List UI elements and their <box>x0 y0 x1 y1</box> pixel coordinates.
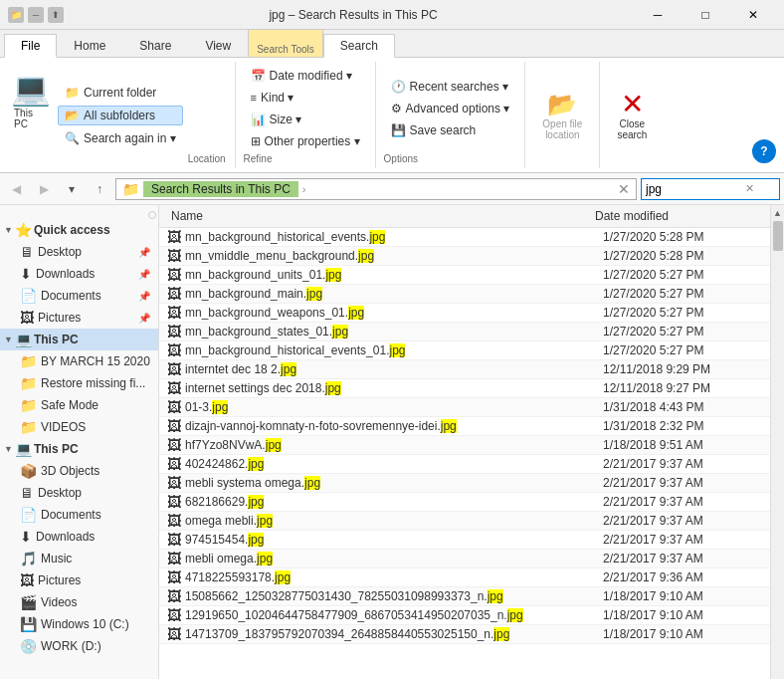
table-row[interactable]: 🖼 01-3.jpg 1/31/2018 4:43 PM <box>159 398 770 417</box>
back-button[interactable]: ◀ <box>4 177 28 201</box>
table-row[interactable]: 🖼 mebli systema omega.jpg 2/21/2017 9:37… <box>159 474 770 493</box>
file-date-cell: 1/27/2020 5:28 PM <box>603 230 762 244</box>
table-row[interactable]: 🖼 15085662_1250328775031430_782550310989… <box>159 587 770 606</box>
table-row[interactable]: 🖼 mn_vmiddle_menu_background.jpg 1/27/20… <box>159 247 770 266</box>
sidebar-item-windows-c[interactable]: 💾 Windows 10 (C:) <box>0 613 158 635</box>
sidebar-item-downloads[interactable]: ⬇ Downloads 📌 <box>0 263 158 285</box>
desktop-icon: 🖥 <box>20 244 34 260</box>
search-again-button[interactable]: 🔍 Search again in ▾ <box>58 128 183 148</box>
address-path-bar[interactable]: 📁 Search Results in This PC › ✕ <box>115 178 637 200</box>
file-name-cell: 🖼 15085662_1250328775031430_782550310989… <box>167 588 603 604</box>
size-icon: 📊 <box>251 113 266 126</box>
recent-searches-button[interactable]: 🕐 Recent searches ▾ <box>384 77 517 97</box>
close-button[interactable]: ✕ <box>730 0 776 30</box>
up-button[interactable]: ↑ <box>88 177 111 201</box>
file-list[interactable]: 🖼 mn_background_historical_events.jpg 1/… <box>159 228 770 679</box>
sidebar-item-this-pc-2[interactable]: ▼ 💻 This PC <box>0 438 158 460</box>
options-label: Options <box>384 151 418 164</box>
vertical-scrollbar[interactable]: ▲ ▼ <box>770 205 784 679</box>
sidebar-item-downloads-2[interactable]: ⬇ Downloads <box>0 526 158 548</box>
sidebar-item-pictures-2[interactable]: 🖼 Pictures <box>0 569 158 591</box>
minimize-button[interactable]: ─ <box>635 0 681 30</box>
this-pc-2-icon: 💻 <box>15 441 32 457</box>
table-row[interactable]: 🖼 internet settings dec 2018.jpg 12/11/2… <box>159 379 770 398</box>
this-pc-chevron: ▼ <box>4 335 13 344</box>
all-subfolders-label: All subfolders <box>84 109 155 122</box>
search-input[interactable] <box>646 182 745 196</box>
sidebar-item-quick-access[interactable]: ▼ ⭐ Quick access <box>0 219 158 241</box>
save-search-button[interactable]: 💾 Save search <box>384 120 517 140</box>
sidebar-item-3d-objects[interactable]: 📦 3D Objects <box>0 460 158 482</box>
table-row[interactable]: 🖼 mn_background_historical_events_01.jpg… <box>159 341 770 360</box>
sidebar-item-this-pc[interactable]: ▼ 💻 This PC <box>0 329 158 350</box>
table-row[interactable]: 🖼 mn_background_units_01.jpg 1/27/2020 5… <box>159 266 770 285</box>
this-pc-nav-icon: 💻 <box>15 332 32 347</box>
documents-2-icon: 📄 <box>20 507 37 523</box>
table-row[interactable]: 🖼 14713709_183795792070394_2648858440553… <box>159 625 770 644</box>
sidebar-scroll-indicator[interactable] <box>148 211 156 219</box>
table-row[interactable]: 🖼 mebli omega.jpg 2/21/2017 9:37 AM <box>159 550 770 568</box>
date-modified-button[interactable]: 📅 Date modified ▾ <box>244 66 367 86</box>
kind-button[interactable]: ≡ Kind ▾ <box>244 88 367 108</box>
file-date-cell: 1/18/2017 9:10 AM <box>603 589 762 603</box>
current-folder-button[interactable]: 📁 Current folder <box>58 83 183 103</box>
advanced-options-button[interactable]: ⚙ Advanced options ▾ <box>384 99 517 118</box>
table-row[interactable]: 🖼 682186629.jpg 2/21/2017 9:37 AM <box>159 493 770 512</box>
size-button[interactable]: 📊 Size ▾ <box>244 110 367 129</box>
column-name[interactable]: Name <box>167 207 591 225</box>
table-row[interactable]: 🖼 mn_background_historical_events.jpg 1/… <box>159 228 770 247</box>
table-row[interactable]: 🖼 mn_background_main.jpg 1/27/2020 5:27 … <box>159 285 770 304</box>
sidebar-item-music[interactable]: 🎵 Music <box>0 548 158 569</box>
path-x-button[interactable]: ✕ <box>618 181 630 197</box>
sidebar-item-pictures[interactable]: 🖼 Pictures 📌 <box>0 307 158 329</box>
tab-share[interactable]: Share <box>122 33 188 57</box>
scroll-down-button[interactable]: ▼ <box>771 675 784 679</box>
recent-locations-button[interactable]: ▾ <box>60 177 84 201</box>
sidebar-item-documents-2[interactable]: 📄 Documents <box>0 504 158 526</box>
table-row[interactable]: 🖼 4718225593178.jpg 2/21/2017 9:36 AM <box>159 568 770 587</box>
search-clear-button[interactable]: ✕ <box>745 182 754 195</box>
table-row[interactable]: 🖼 402424862.jpg 2/21/2017 9:37 AM <box>159 455 770 474</box>
other-properties-button[interactable]: ⊞ Other properties ▾ <box>244 131 367 151</box>
scroll-thumb[interactable] <box>773 221 783 251</box>
sidebar-item-by-march[interactable]: 📁 BY MARCH 15 2020 <box>0 350 158 372</box>
column-date[interactable]: Date modified <box>591 207 750 225</box>
sidebar-item-restore-missing[interactable]: 📁 Restore missing fi... <box>0 372 158 394</box>
tab-file[interactable]: File <box>4 34 57 58</box>
sidebar-item-videos[interactable]: 📁 VIDEOS <box>0 416 158 438</box>
table-row[interactable]: 🖼 mn_background_states_01.jpg 1/27/2020 … <box>159 323 770 341</box>
sidebar-item-desktop[interactable]: 🖥 Desktop 📌 <box>0 241 158 263</box>
open-file-location-button[interactable]: 📂 Open filelocation <box>533 86 591 145</box>
tab-home[interactable]: Home <box>57 33 122 57</box>
file-name-cell: 🖼 interntet dec 18 2.jpg <box>167 361 603 377</box>
close-search-button[interactable]: ✕ Closesearch <box>608 86 656 145</box>
other-icon: ⊞ <box>251 134 261 148</box>
quick-access-chevron: ▼ <box>4 225 13 235</box>
sidebar-item-videos-2[interactable]: 🎬 Videos <box>0 591 158 613</box>
file-date-cell: 12/11/2018 9:27 PM <box>603 381 762 395</box>
table-row[interactable]: 🖼 dizajn-vannoj-komnaty-n-foto-sovremenn… <box>159 417 770 436</box>
table-row[interactable]: 🖼 mn_background_weapons_01.jpg 1/27/2020… <box>159 304 770 323</box>
sidebar-item-work-d[interactable]: 💿 WORK (D:) <box>0 635 158 657</box>
scroll-up-button[interactable]: ▲ <box>771 205 784 221</box>
sidebar-item-desktop-2[interactable]: 🖥 Desktop <box>0 482 158 504</box>
table-row[interactable]: 🖼 974515454.jpg 2/21/2017 9:37 AM <box>159 531 770 550</box>
table-row[interactable]: 🖼 hf7Yzo8NVwA.jpg 1/18/2018 9:51 AM <box>159 436 770 455</box>
maximize-button[interactable]: □ <box>683 0 728 30</box>
file-name-text: mn_background_main.jpg <box>185 287 322 301</box>
open-file-label: Open filelocation <box>542 118 582 140</box>
forward-button[interactable]: ▶ <box>32 177 56 201</box>
tab-view[interactable]: View <box>188 33 248 57</box>
this-pc-button[interactable]: 💻 This PC <box>6 66 56 164</box>
search-box[interactable]: ✕ <box>641 178 780 200</box>
help-button[interactable]: ? <box>752 139 776 163</box>
sidebar-item-safe-mode[interactable]: 📁 Safe Mode <box>0 394 158 416</box>
tab-search[interactable]: Search <box>323 34 395 58</box>
size-label: Size ▾ <box>270 113 302 126</box>
sidebar-item-documents[interactable]: 📄 Documents 📌 <box>0 285 158 307</box>
table-row[interactable]: 🖼 omega mebli.jpg 2/21/2017 9:37 AM <box>159 512 770 531</box>
open-file-group: 📂 Open filelocation <box>525 62 600 168</box>
all-subfolders-button[interactable]: 📂 All subfolders <box>58 106 183 125</box>
table-row[interactable]: 🖼 12919650_10204644758477909_68670534149… <box>159 606 770 625</box>
table-row[interactable]: 🖼 interntet dec 18 2.jpg 12/11/2018 9:29… <box>159 360 770 379</box>
